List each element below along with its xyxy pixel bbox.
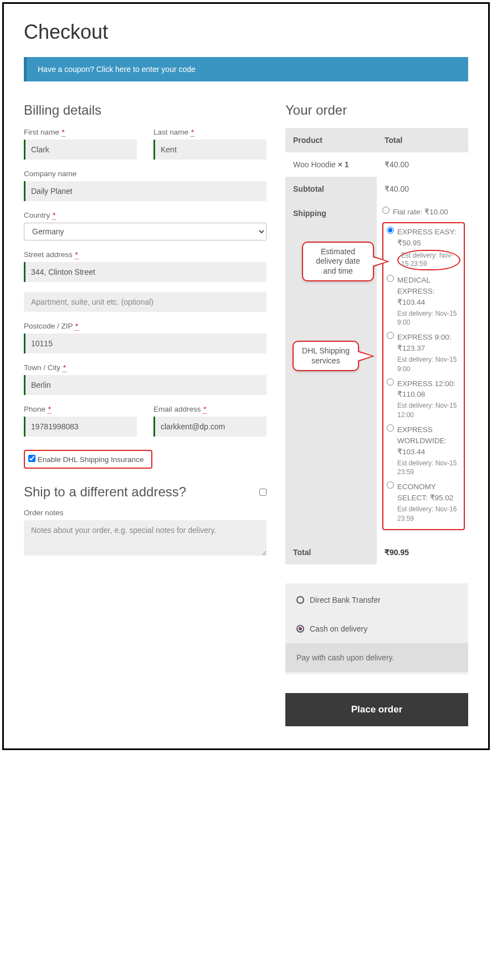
country-select[interactable]: Germany — [24, 223, 266, 240]
shipping-option[interactable]: EXPRESS 9:00: ₹123.37Est delivery: Nov-1… — [387, 332, 460, 373]
phone-label: Phone * — [24, 405, 137, 413]
street2-input[interactable] — [24, 292, 266, 312]
shipping-option-label: Flat rate: ₹10.00 — [393, 208, 448, 216]
shipping-option[interactable]: EXPRESS 12:00: ₹110.08Est delivery: Nov-… — [387, 378, 460, 420]
shipping-radio[interactable] — [387, 378, 394, 386]
line-item-name: Woo Hoodie × 1 — [285, 152, 377, 177]
order-notes-label: Order notes — [24, 509, 266, 517]
shipping-option-label: EXPRESS EASY: ₹50.95 — [397, 228, 457, 247]
dhl-insurance-highlight: Enable DHL Shipping Insurance — [24, 450, 152, 469]
email-input[interactable] — [153, 417, 266, 437]
shipping-option[interactable]: Flat rate: ₹10.00 — [382, 207, 465, 218]
email-label: Email address * — [153, 405, 266, 413]
page-title: Checkout — [24, 20, 468, 44]
shipping-option-label: EXPRESS WORLDWIDE: ₹103.44 — [397, 425, 447, 456]
street-label: Street address * — [24, 250, 266, 259]
first-name-label: First name * — [24, 128, 137, 136]
subtotal-label: Subtotal — [285, 177, 377, 201]
callout-estimated-delivery: Estimated delivery date and time — [302, 242, 374, 282]
shipping-option-label: MEDICAL EXPRESS: ₹103.44 — [397, 276, 435, 306]
last-name-label: Last name * — [153, 128, 266, 136]
payment-cod-description: Pay with cash upon delivery. — [285, 643, 468, 672]
shipping-options-list: Flat rate: ₹10.00EXPRESS EASY: ₹50.95Est… — [382, 207, 465, 530]
shipping-option-label: EXPRESS 9:00: ₹123.37 — [397, 333, 452, 352]
shipping-radio[interactable] — [382, 207, 390, 214]
city-input[interactable] — [24, 375, 266, 395]
shipping-option-label: EXPRESS 12:00: ₹110.08 — [397, 379, 455, 399]
postcode-input[interactable] — [24, 333, 266, 353]
dhl-insurance-checkbox[interactable] — [28, 455, 35, 462]
col-total: Total — [377, 128, 468, 152]
estimated-delivery-highlight: Est delivery: Nov-15 23:59 — [397, 250, 460, 270]
postcode-label: Postcode / ZIP * — [24, 322, 266, 330]
shipping-radio[interactable] — [387, 332, 394, 339]
estimated-delivery-text: Est delivery: Nov-16 23:59 — [397, 505, 460, 524]
radio-icon — [296, 596, 304, 604]
city-label: Town / City * — [24, 363, 266, 372]
shipping-radio[interactable] — [387, 481, 394, 489]
street1-input[interactable] — [24, 262, 266, 282]
estimated-delivery-text: Est delivery: Nov-15 12:00 — [397, 401, 460, 420]
shipping-option[interactable]: ECONOMY SELECT: ₹95.02Est delivery: Nov-… — [387, 481, 460, 523]
line-item-total: ₹40.00 — [377, 152, 468, 177]
payment-cash-on-delivery[interactable]: Cash on delivery — [285, 614, 468, 643]
dhl-services-highlight-box: EXPRESS EASY: ₹50.95Est delivery: Nov-15… — [382, 222, 465, 530]
shipping-radio[interactable] — [387, 227, 394, 234]
ship-different-heading: Ship to a different address? — [24, 484, 186, 500]
last-name-input[interactable] — [153, 140, 266, 160]
subtotal-value: ₹40.00 — [377, 177, 468, 201]
billing-heading: Billing details — [24, 102, 266, 118]
total-label: Total — [285, 540, 377, 565]
first-name-input[interactable] — [24, 140, 137, 160]
shipping-option[interactable]: MEDICAL EXPRESS: ₹103.44Est delivery: No… — [387, 275, 460, 327]
place-order-button[interactable]: Place order — [285, 693, 468, 726]
dhl-insurance-label[interactable]: Enable DHL Shipping Insurance — [28, 455, 144, 464]
country-label: Country * — [24, 211, 266, 219]
company-label: Company name — [24, 170, 266, 178]
company-input[interactable] — [24, 181, 266, 201]
estimated-delivery-text: Est delivery: Nov-15 9:00 — [397, 355, 460, 374]
col-product: Product — [285, 128, 377, 152]
order-heading: Your order — [285, 102, 468, 118]
estimated-delivery-text: Est delivery: Nov-15 9:00 — [397, 309, 460, 328]
payment-bank-transfer[interactable]: Direct Bank Transfer — [285, 586, 468, 614]
estimated-delivery-text: Est delivery: Nov-15 23:59 — [397, 459, 460, 478]
shipping-radio[interactable] — [387, 424, 394, 432]
radio-icon — [296, 625, 304, 633]
shipping-option[interactable]: EXPRESS EASY: ₹50.95Est delivery: Nov-15… — [387, 227, 460, 270]
total-value: ₹90.95 — [377, 540, 468, 565]
phone-input[interactable] — [24, 417, 137, 437]
ship-different-checkbox[interactable] — [259, 489, 266, 496]
payment-methods: Direct Bank Transfer Cash on delivery Pa… — [285, 583, 468, 674]
callout-dhl-services: DHL Shipping services — [293, 341, 359, 371]
shipping-option-label: ECONOMY SELECT: ₹95.02 — [397, 483, 453, 502]
coupon-notice-banner[interactable]: Have a coupon? Click here to enter your … — [24, 57, 468, 81]
shipping-option[interactable]: EXPRESS WORLDWIDE: ₹103.44Est delivery: … — [387, 424, 460, 477]
order-notes-textarea[interactable] — [24, 520, 266, 556]
shipping-radio[interactable] — [387, 275, 394, 282]
